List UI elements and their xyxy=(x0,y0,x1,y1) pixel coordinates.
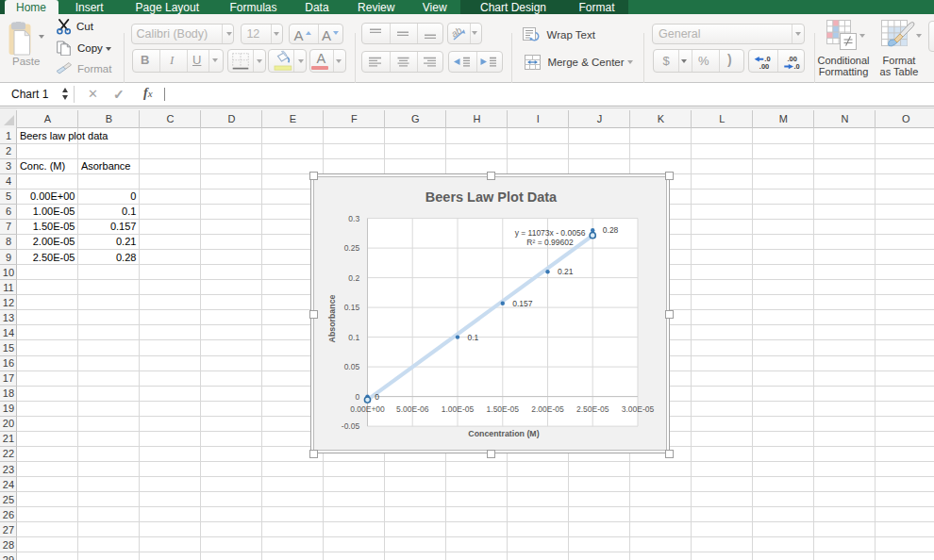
svg-text:Concentration (M): Concentration (M) xyxy=(468,429,539,438)
svg-text:y = 11073x - 0.0056: y = 11073x - 0.0056 xyxy=(515,228,586,238)
svg-text:0: 0 xyxy=(355,392,359,402)
svg-text:0.28: 0.28 xyxy=(603,225,619,235)
svg-text:1.00E-05: 1.00E-05 xyxy=(442,404,475,414)
svg-text:3.00E-05: 3.00E-05 xyxy=(622,404,655,414)
svg-text:0.15: 0.15 xyxy=(344,303,360,312)
svg-text:0.1: 0.1 xyxy=(468,333,479,342)
svg-text:2.00E-05: 2.00E-05 xyxy=(531,404,564,414)
svg-text:Absorbance: Absorbance xyxy=(327,294,337,342)
svg-text:Beers Law Plot Data: Beers Law Plot Data xyxy=(425,189,558,205)
svg-text:5.00E-06: 5.00E-06 xyxy=(396,404,429,414)
svg-text:-0.05: -0.05 xyxy=(342,421,360,431)
svg-text:0.157: 0.157 xyxy=(512,299,533,308)
svg-text:0.2: 0.2 xyxy=(348,273,359,283)
svg-text:0.3: 0.3 xyxy=(348,214,359,223)
svg-text:0.00E+00: 0.00E+00 xyxy=(350,404,385,414)
svg-text:2.50E-05: 2.50E-05 xyxy=(576,404,609,414)
svg-text:R² = 0.99602: R² = 0.99602 xyxy=(526,238,574,247)
svg-text:0.25: 0.25 xyxy=(344,243,360,253)
svg-text:0: 0 xyxy=(375,392,379,402)
svg-text:1.50E-05: 1.50E-05 xyxy=(487,404,520,414)
svg-text:0.1: 0.1 xyxy=(348,333,359,342)
svg-text:0.21: 0.21 xyxy=(558,267,574,276)
svg-text:0.05: 0.05 xyxy=(344,362,360,371)
